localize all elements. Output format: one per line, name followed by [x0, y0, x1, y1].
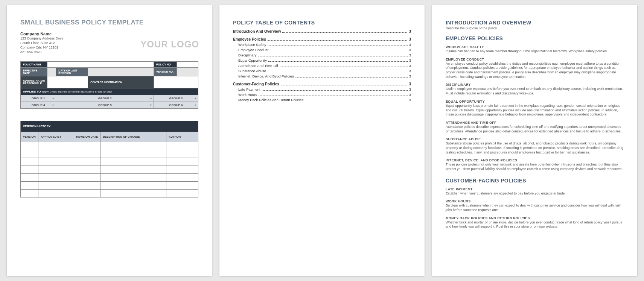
toc-entry[interactable]: Money Back Policies And Return Policies3	[233, 98, 411, 102]
dropdown-icon: ▸	[195, 97, 196, 100]
label-admin-responsible: ADMINISTRATOR RESPONSIBLE	[21, 76, 47, 88]
label-applies-to-row: APPLIES TO apply group names to define a…	[21, 88, 198, 95]
group-cell-3[interactable]: GROUP 3▸	[154, 95, 198, 102]
toc-entry[interactable]: Work Hours3	[233, 93, 411, 97]
policy-header-table: POLICY NAME POLICY NO. EFFECTIVE DATE DA…	[20, 61, 198, 109]
toc-entry[interactable]: Substance Abuse3	[233, 69, 411, 73]
toc-entry[interactable]: Employee Conduct3	[233, 48, 411, 52]
policy-heading: EMPLOYEE CONDUCT	[446, 58, 624, 61]
toc-page: 3	[409, 29, 411, 33]
policy-heading: WORKPLACE SAFETY	[446, 45, 624, 49]
field-effective-date[interactable]	[47, 67, 56, 76]
vh-col-desc: DESCRIPTION OF CHANGE	[100, 132, 166, 142]
vh-col-revdate: REVISION DATE	[74, 132, 100, 142]
policy-body: Attendance policies describe expectation…	[446, 125, 624, 134]
toc-text: Employee Conduct	[238, 48, 268, 52]
employee-policies-title: EMPLOYEE POLICIES	[446, 35, 624, 41]
field-policy-no[interactable]	[177, 61, 198, 67]
company-name: Company Name	[20, 32, 198, 36]
vh-row[interactable]	[21, 173, 198, 181]
policy-body: Substance abuse policies prohibit the us…	[446, 141, 624, 155]
toc-entry[interactable]: Attendance And Time-Off3	[233, 64, 411, 68]
version-history-title: VERSION HISTORY	[21, 121, 198, 132]
field-version-no[interactable]	[177, 67, 198, 76]
group-cell-5[interactable]: GROUP 5▸	[56, 102, 154, 108]
toc-entry[interactable]: Introduction And Overview3	[233, 29, 411, 33]
company-address-4: 321-654-9870	[20, 50, 198, 54]
vh-row[interactable]	[21, 142, 198, 150]
group-cell-4[interactable]: GROUP 4▸	[21, 102, 56, 108]
toc-page: 3	[409, 74, 411, 78]
field-policy-name[interactable]	[47, 61, 154, 67]
toc-text: Introduction And Overview	[233, 29, 281, 33]
toc-leader	[280, 67, 408, 67]
toc-text: Customer-Facing Policies	[233, 82, 279, 86]
dropdown-icon: ▸	[151, 103, 152, 106]
toc-text: Equal Opportunity	[238, 58, 267, 62]
group-label: GROUP 1	[32, 97, 45, 100]
document-viewport: SMALL BUSINESS POLICY TEMPLATE Company N…	[0, 0, 644, 281]
policy-body: An employee conduct policy establishes t…	[446, 62, 624, 79]
toc-page: 3	[409, 98, 411, 102]
toc-entry[interactable]: Late Payment3	[233, 87, 411, 91]
policy-heading: MONEY BACK POLICIES AND RETURN POLICIES	[446, 216, 624, 220]
version-history-table: VERSION HISTORY VERSION APPROVED BY REVI…	[20, 121, 198, 197]
policy-body: Equal opportunity laws promote fair trea…	[446, 104, 624, 117]
vh-row[interactable]	[21, 150, 198, 158]
toc-entry[interactable]: Internet, Device, And Byod Policies3	[233, 74, 411, 78]
field-contact-info[interactable]	[154, 76, 198, 88]
doc-title: SMALL BUSINESS POLICY TEMPLATE	[20, 19, 198, 26]
toc-text: Disciplinary	[238, 53, 257, 57]
policy-heading: WORK HOURS	[446, 199, 624, 203]
label-effective-date: EFFECTIVE DATE	[21, 67, 47, 76]
field-date-last-revision[interactable]	[88, 67, 154, 76]
group-cell-2[interactable]: GROUP 2▸	[56, 95, 154, 102]
policy-heading: LATE PAYMENT	[446, 187, 624, 191]
toc-leader	[262, 90, 408, 91]
dropdown-icon: ▸	[195, 103, 196, 106]
field-admin-responsible[interactable]	[47, 76, 88, 88]
label-version-no: VERSION NO.	[154, 67, 177, 76]
page-2: POLICY TABLE OF CONTENTS Introduction An…	[219, 5, 425, 276]
toc-page: 3	[409, 53, 411, 57]
toc-entry[interactable]: Employee Policies3	[233, 37, 411, 41]
vh-col-version: VERSION	[21, 132, 38, 142]
policy-heading: DISCIPLINARY	[446, 83, 624, 87]
toc-entry[interactable]: Disciplinary3	[233, 53, 411, 57]
toc-entry[interactable]: Customer-Facing Policies3	[233, 82, 411, 86]
toc-page: 3	[409, 93, 411, 97]
vh-row[interactable]	[21, 189, 198, 197]
toc-leader	[258, 56, 408, 56]
policy-body: Whether brick and mortar or online store…	[446, 220, 624, 229]
group-cell-6[interactable]: GROUP 6▸	[154, 102, 198, 108]
group-label: GROUP 2	[98, 97, 112, 100]
intro-subtitle: Describe the purpose of the policy.	[446, 26, 624, 30]
policy-heading: SUBSTANCE ABUSE	[446, 137, 624, 141]
group-label: GROUP 6	[169, 103, 183, 107]
toc-text: Attendance And Time-Off	[238, 64, 278, 68]
toc-page: 3	[409, 58, 411, 62]
toc-leader	[259, 96, 408, 96]
toc-text: Work Hours	[238, 93, 257, 97]
vh-row[interactable]	[21, 158, 198, 166]
toc-title: POLICY TABLE OF CONTENTS	[233, 20, 411, 26]
toc-page: 3	[409, 48, 411, 52]
policy-heading: INTERNET, DEVICE, AND BYOD POLICIES	[446, 158, 624, 162]
toc-list: Introduction And Overview3Employee Polic…	[233, 29, 411, 102]
toc-leader	[268, 40, 408, 41]
policy-body: These policies protect not only your net…	[446, 163, 624, 171]
vh-row[interactable]	[21, 181, 198, 189]
dropdown-icon: ▸	[53, 103, 54, 106]
label-contact-info: CONTACT INFORMATION	[88, 76, 154, 88]
toc-leader	[268, 72, 408, 72]
label-applies-to: APPLIES TO	[23, 90, 41, 93]
policy-heading: ATTENDANCE AND TIME-OFF	[446, 121, 624, 125]
vh-row[interactable]	[21, 166, 198, 173]
group-cell-1[interactable]: GROUP 1▸	[21, 95, 56, 102]
customer-policies-title: CUSTOMER-FACING POLICIES	[446, 178, 624, 184]
toc-entry[interactable]: Equal Opportunity3	[233, 58, 411, 62]
toc-text: Money Back Policies And Return Policies	[238, 98, 303, 102]
toc-page: 3	[409, 37, 411, 41]
toc-entry[interactable]: Workplace Safety3	[233, 43, 411, 47]
toc-page: 3	[409, 43, 411, 47]
